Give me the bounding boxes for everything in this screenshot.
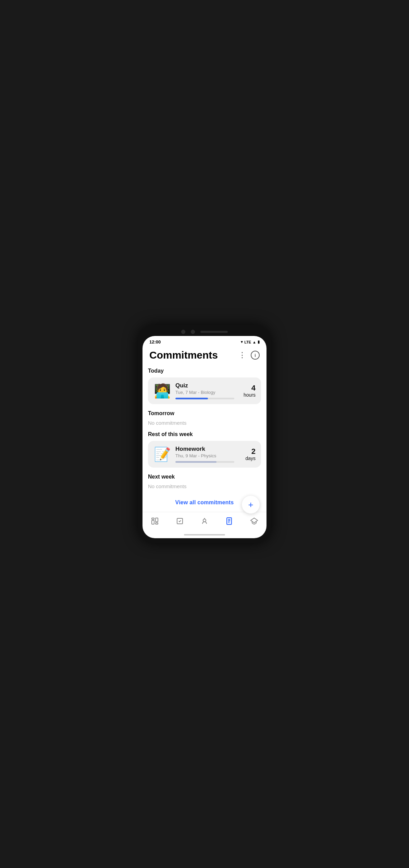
section-next-week: Next week No commitments: [148, 474, 261, 489]
status-bar: 12:00 ▾ LTE ▲ ▮: [142, 336, 267, 346]
quiz-time: 4 hours: [238, 384, 256, 398]
nav-commitments[interactable]: [222, 516, 237, 529]
page-title: Commitments: [149, 349, 218, 361]
section-rest-of-week: Rest of this week 📝 Homework Thu, 9 Mar …: [148, 431, 261, 468]
nav-schedule[interactable]: [197, 516, 212, 529]
quiz-info: Quiz Tue, 7 Mar - Biology: [175, 382, 234, 399]
battery-icon: ▮: [258, 340, 260, 344]
quiz-title: Quiz: [175, 382, 234, 389]
homework-time-num: 2: [238, 447, 256, 456]
section-today: Today 🧑‍💻 Quiz Tue, 7 Mar - Biology 4 ho…: [148, 368, 261, 404]
dashboard-icon: [151, 517, 159, 527]
next-week-label: Next week: [148, 474, 261, 480]
svg-rect-0: [152, 518, 154, 519]
more-icon: ⋮: [238, 351, 246, 360]
quiz-emoji: 🧑‍💻: [153, 383, 171, 399]
homework-info: Homework Thu, 9 Mar - Physics: [175, 446, 234, 463]
svg-rect-3: [156, 523, 158, 524]
today-label: Today: [148, 368, 261, 374]
quiz-progress-bg: [175, 398, 234, 399]
quiz-time-num: 4: [238, 384, 256, 392]
phone-notch: [142, 330, 267, 334]
status-time: 12:00: [149, 339, 161, 345]
commitment-card-quiz[interactable]: 🧑‍💻 Quiz Tue, 7 Mar - Biology 4 hours: [148, 377, 261, 404]
bottom-navigation: [142, 512, 267, 531]
more-menu-button[interactable]: ⋮: [238, 351, 246, 360]
rest-of-week-label: Rest of this week: [148, 431, 261, 437]
homework-emoji: 📝: [153, 446, 171, 462]
homework-subtitle: Thu, 9 Mar - Physics: [175, 453, 234, 458]
quiz-time-unit: hours: [238, 392, 256, 398]
nav-courses[interactable]: [247, 516, 262, 529]
quiz-subtitle: Tue, 7 Mar - Biology: [175, 390, 234, 395]
homework-progress-fill: [175, 461, 216, 463]
next-week-no-commitments: No commitments: [148, 483, 261, 489]
add-commitment-fab[interactable]: +: [242, 496, 260, 514]
add-icon: +: [248, 499, 253, 510]
info-icon: i: [251, 351, 260, 360]
status-icons: ▾ LTE ▲ ▮: [241, 340, 260, 344]
homework-title: Homework: [175, 446, 234, 453]
tasks-icon: [176, 517, 184, 527]
content-area: Today 🧑‍💻 Quiz Tue, 7 Mar - Biology 4 ho…: [142, 366, 267, 510]
svg-rect-2: [156, 518, 158, 522]
signal-icon: ▲: [252, 340, 256, 344]
lte-icon: LTE: [244, 340, 251, 344]
homework-time-unit: days: [238, 456, 256, 461]
info-button[interactable]: i: [251, 351, 260, 360]
nav-tasks[interactable]: [172, 516, 187, 529]
phone-frame: 12:00 ▾ LTE ▲ ▮ Commitments ⋮ i: [138, 325, 271, 543]
header-actions: ⋮ i: [238, 351, 260, 360]
commitment-card-homework[interactable]: 📝 Homework Thu, 9 Mar - Physics 2 days: [148, 441, 261, 468]
tomorrow-label: Tomorrow: [148, 410, 261, 417]
home-bar: [184, 534, 225, 535]
svg-point-5: [203, 519, 206, 522]
phone-screen: 12:00 ▾ LTE ▲ ▮ Commitments ⋮ i: [142, 336, 267, 538]
quiz-progress-fill: [175, 398, 208, 399]
schedule-icon: [200, 517, 209, 527]
homework-time: 2 days: [238, 447, 256, 461]
nav-dashboard[interactable]: [147, 516, 162, 529]
app-header: Commitments ⋮ i: [142, 346, 267, 366]
tomorrow-no-commitments: No commitments: [148, 420, 261, 426]
camera-right: [191, 330, 195, 334]
commitments-icon: [225, 517, 233, 527]
svg-rect-1: [152, 520, 154, 524]
courses-icon: [250, 517, 258, 527]
homework-progress-bg: [175, 461, 234, 463]
section-tomorrow: Tomorrow No commitments: [148, 410, 261, 426]
wifi-icon: ▾: [241, 340, 243, 344]
camera-left: [181, 330, 185, 334]
home-indicator: [142, 531, 267, 538]
speaker: [200, 331, 228, 333]
